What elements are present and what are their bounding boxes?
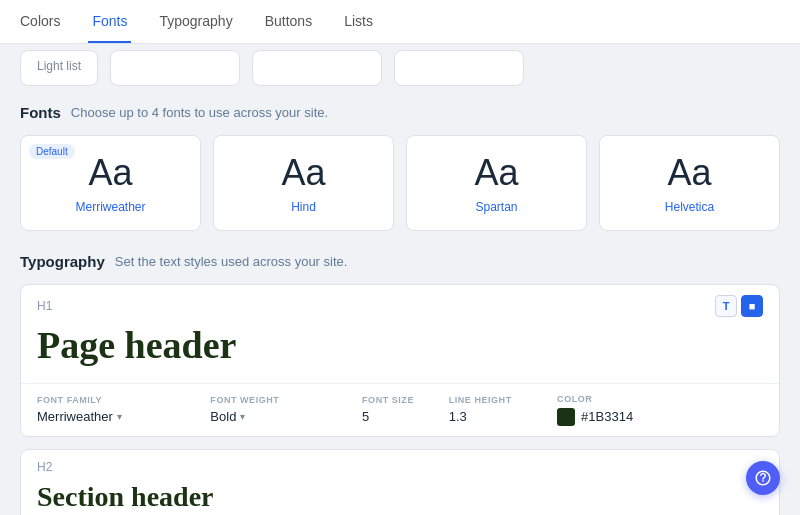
typography-description: Set the text styles used across your sit… (115, 254, 348, 269)
help-button[interactable] (746, 461, 780, 495)
line-height-field: LINE HEIGHT 1.3 (449, 395, 557, 424)
font-family-field: FONT FAMILY Merriweather ▾ (37, 395, 210, 424)
font-name-helvetica: Helvetica (665, 200, 714, 214)
font-weight-field: FONT WEIGHT Bold ▾ (210, 395, 362, 424)
typography-section: Typography Set the text styles used acro… (0, 253, 800, 515)
color-swatch-box (557, 408, 575, 426)
font-name-merriweather: Merriweather (75, 200, 145, 214)
h2-label: H2 (37, 460, 52, 474)
typography-h1-card: H1 T ■ Page header FONT FAMILY Merriweat… (20, 284, 780, 437)
font-card-hind[interactable]: Aa Hind (213, 135, 394, 231)
default-badge: Default (29, 144, 75, 159)
font-weight-label: FONT WEIGHT (210, 395, 352, 405)
h1-label: H1 (37, 299, 52, 313)
h1-preview: Page header (21, 317, 779, 383)
chevron-down-icon: ▾ (117, 411, 122, 422)
font-weight-select[interactable]: Bold ▾ (210, 409, 352, 424)
color-field: COLOR #1B3314 (557, 394, 709, 426)
tab-buttons[interactable]: Buttons (261, 1, 316, 43)
tab-lists[interactable]: Lists (340, 1, 377, 43)
fonts-title: Fonts (20, 104, 61, 121)
tab-colors[interactable]: Colors (16, 1, 64, 43)
font-aa-hind: Aa (281, 152, 325, 194)
font-aa-merriweather: Aa (88, 152, 132, 194)
font-aa-helvetica: Aa (667, 152, 711, 194)
h1-text-button[interactable]: T (715, 295, 737, 317)
tab-fonts[interactable]: Fonts (88, 1, 131, 43)
h1-header-actions: T ■ (715, 295, 763, 317)
typography-h2-card: H2 Section header (20, 449, 780, 515)
h1-preview-text: Page header (37, 323, 763, 369)
fonts-grid: Default Aa Merriweather Aa Hind Aa Spart… (20, 135, 780, 231)
font-name-spartan: Spartan (475, 200, 517, 214)
fonts-section: Fonts Choose up to 4 fonts to use across… (0, 86, 800, 231)
h1-card-header: H1 T ■ (21, 285, 779, 317)
lifebuoy-icon (754, 469, 772, 487)
font-family-label: FONT FAMILY (37, 395, 200, 405)
h2-preview-text: Section header (37, 480, 763, 514)
partial-top-strip: Light list (0, 44, 800, 86)
font-family-value: Merriweather (37, 409, 113, 424)
typography-title: Typography (20, 253, 105, 270)
h2-card-header: H2 (21, 450, 779, 474)
top-navigation: Colors Fonts Typography Buttons Lists (0, 0, 800, 44)
font-size-label: FONT SIZE (362, 395, 439, 405)
font-name-hind: Hind (291, 200, 316, 214)
font-family-select[interactable]: Merriweather ▾ (37, 409, 200, 424)
font-weight-value: Bold (210, 409, 236, 424)
fonts-description: Choose up to 4 fonts to use across your … (71, 105, 328, 120)
chevron-down-icon: ▾ (240, 411, 245, 422)
font-aa-spartan: Aa (474, 152, 518, 194)
h2-preview: Section header (21, 474, 779, 515)
h1-fields: FONT FAMILY Merriweather ▾ FONT WEIGHT B… (21, 383, 779, 436)
typography-section-header: Typography Set the text styles used acro… (20, 253, 780, 270)
font-size-field: FONT SIZE 5 (362, 395, 449, 424)
font-size-value[interactable]: 5 (362, 409, 439, 424)
line-height-value[interactable]: 1.3 (449, 409, 547, 424)
partial-card-item: Light list (20, 50, 98, 86)
line-height-label: LINE HEIGHT (449, 395, 547, 405)
color-swatch[interactable]: #1B3314 (557, 408, 699, 426)
fonts-section-header: Fonts Choose up to 4 fonts to use across… (20, 104, 780, 121)
tab-typography[interactable]: Typography (155, 1, 236, 43)
color-label: COLOR (557, 394, 699, 404)
color-value: #1B3314 (581, 409, 633, 424)
font-card-merriweather[interactable]: Default Aa Merriweather (20, 135, 201, 231)
font-card-helvetica[interactable]: Aa Helvetica (599, 135, 780, 231)
h1-alt-button[interactable]: ■ (741, 295, 763, 317)
font-card-spartan[interactable]: Aa Spartan (406, 135, 587, 231)
